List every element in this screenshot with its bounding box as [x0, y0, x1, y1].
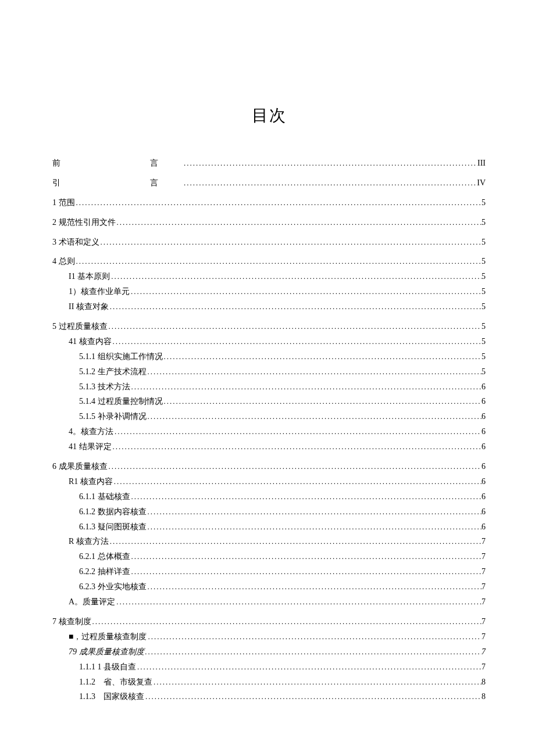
toc-entry-label: 1.1.3 国家级核查 — [79, 689, 144, 704]
toc-entry-page: 6 — [482, 439, 486, 454]
toc-entry-page: 5 — [482, 215, 486, 230]
toc-leader-dots — [108, 320, 482, 334]
toc-entry-label: 6.2.2 抽样详查 — [79, 564, 130, 579]
toc-list: 前 言III引 言IV1 范围52 规范性引用文件53 术语和定义54 总则5I… — [52, 156, 486, 704]
toc-leader-dots — [147, 580, 482, 594]
toc-entry: 前 言III — [52, 156, 486, 171]
toc-entry: 4。核查方法 6 — [52, 424, 486, 439]
toc-section: 引 言IV — [52, 175, 486, 191]
toc-leader-dots — [112, 440, 482, 454]
toc-leader-dots — [75, 196, 482, 210]
toc-entry-label: 1）核查作业单元 — [69, 284, 130, 299]
toc-leader-dots — [147, 630, 482, 644]
toc-title: 目次 — [52, 105, 486, 127]
toc-entry-page: 5 — [482, 195, 486, 210]
toc-entry-label: 4。核查方法 — [69, 424, 113, 439]
toc-entry: 引 言IV — [52, 175, 486, 191]
toc-leader-dots — [147, 520, 482, 534]
toc-entry-label: 5.1.2 生产技术流程 — [79, 364, 147, 379]
toc-entry-label: 引 言 — [52, 175, 183, 191]
toc-entry: II 核查对象5 — [52, 299, 486, 314]
toc-entry: R1 核查内容 6 — [52, 474, 486, 489]
toc-entry-page: IV — [477, 175, 486, 191]
toc-entry-page: 7 — [482, 629, 486, 644]
toc-leader-dots — [147, 410, 482, 424]
toc-leader-dots — [136, 660, 482, 674]
toc-entry-label: ■，过程质量核查制度 — [69, 629, 147, 644]
toc-leader-dots — [112, 335, 482, 349]
toc-entry: 2 规范性引用文件5 — [52, 215, 486, 230]
toc-entry-label: 5.1.4 过程质量控制情况 — [79, 394, 163, 409]
toc-entry: 4 总则5 — [52, 254, 486, 269]
toc-entry-page: 6 — [482, 519, 486, 535]
toc-section: 7 核查制度7■，过程质量核查制度779 成果质量核查制度 71.1.1 1 县… — [52, 614, 486, 704]
toc-entry: 6.2.3 外业实地核查7 — [52, 579, 486, 594]
toc-entry-label: 7 核查制度 — [52, 614, 91, 629]
toc-entry-label: 2 规范性引用文件 — [52, 215, 116, 230]
toc-entry-page: 7 — [482, 594, 486, 610]
toc-entry-label: 6.1.3 疑问图斑核查 — [79, 519, 147, 535]
toc-leader-dots — [130, 285, 482, 299]
toc-entry: 41 核查内容 5 — [52, 334, 486, 349]
toc-entry: 1.1.3 国家级核查 8 — [52, 689, 486, 704]
toc-section: 4 总则5I1 基本原则51）核查作业单元 5II 核查对象5 — [52, 254, 486, 314]
toc-entry: R 核查方法7 — [52, 534, 486, 549]
toc-leader-dots — [147, 505, 482, 519]
toc-entry-page: 5 — [482, 269, 486, 284]
toc-entry-label: A。质量评定 — [69, 594, 115, 610]
toc-entry-page: 7 — [482, 644, 486, 660]
toc-entry-label: 5.1.3 技术方法 — [79, 379, 130, 395]
toc-entry-page: 5 — [482, 299, 486, 314]
toc-section: 2 规范性引用文件5 — [52, 215, 486, 230]
toc-leader-dots — [147, 365, 482, 379]
toc-entry-page: 6 — [482, 489, 486, 504]
toc-entry: ■，过程质量核查制度7 — [52, 629, 486, 644]
toc-leader-dots — [183, 156, 477, 170]
toc-leader-dots — [113, 475, 482, 489]
toc-entry-page: 8 — [482, 675, 486, 690]
toc-entry-label: R1 核查内容 — [69, 474, 113, 489]
toc-entry-label: 6 成果质量核查 — [52, 459, 108, 474]
toc-leader-dots — [130, 490, 482, 504]
toc-entry-label: II 核查对象 — [69, 299, 109, 314]
toc-leader-dots — [109, 300, 482, 314]
toc-entry-page: 6 — [482, 379, 486, 395]
toc-entry-page: 6 — [482, 424, 486, 439]
toc-entry-label: 6.2.1 总体概查 — [79, 549, 130, 564]
toc-entry: 3 术语和定义5 — [52, 235, 486, 250]
toc-leader-dots — [144, 645, 482, 659]
toc-entry-page: 7 — [482, 534, 486, 549]
toc-entry-label: 1.1.2 省、市级复查 — [79, 675, 152, 690]
toc-entry: 1 范围5 — [52, 195, 486, 210]
toc-entry-label: 5.1.1 组织实施工作情况 — [79, 349, 163, 364]
toc-entry-label: 6.1.2 数据内容核查 — [79, 504, 147, 519]
toc-leader-dots — [144, 690, 482, 704]
toc-entry: 1）核查作业单元 5 — [52, 284, 486, 299]
toc-entry-page: 5 — [482, 235, 486, 250]
toc-entry-page: 7 — [482, 614, 486, 629]
toc-entry-page: 6 — [482, 394, 486, 409]
toc-section: 6 成果质量核查6R1 核查内容 66.1.1 基础核查66.1.2 数据内容核… — [52, 459, 486, 610]
toc-entry-label: 79 成果质量核查制度 — [69, 644, 144, 660]
toc-leader-dots — [99, 235, 482, 249]
toc-section: 1 范围5 — [52, 195, 486, 210]
toc-section: 5 过程质量核查541 核查内容 55.1.1 组织实施工作情况55.1.2 生… — [52, 319, 486, 454]
toc-entry: 5.1.2 生产技术流程5 — [52, 364, 486, 379]
toc-entry-label: 3 术语和定义 — [52, 235, 99, 250]
toc-leader-dots — [91, 615, 482, 629]
toc-entry-label: 41 核查内容 — [69, 334, 112, 349]
toc-entry-label: 6.2.3 外业实地核查 — [79, 579, 147, 594]
toc-entry-label: 前 言 — [52, 156, 183, 171]
toc-entry: 1.1.2 省、市级复查 8 — [52, 675, 486, 690]
toc-leader-dots — [109, 535, 482, 549]
toc-entry: 6.2.2 抽样详查7 — [52, 564, 486, 579]
toc-leader-dots — [130, 550, 482, 564]
toc-entry-label: 5 过程质量核查 — [52, 319, 108, 334]
toc-entry-page: 7 — [482, 549, 486, 564]
toc-entry-label: 4 总则 — [52, 254, 75, 269]
toc-entry-page: 6 — [482, 504, 486, 519]
toc-entry: 7 核查制度7 — [52, 614, 486, 629]
toc-entry-label: 1 范围 — [52, 195, 75, 210]
toc-entry-label: 6.1.1 基础核查 — [79, 489, 130, 504]
toc-leader-dots — [130, 380, 482, 394]
